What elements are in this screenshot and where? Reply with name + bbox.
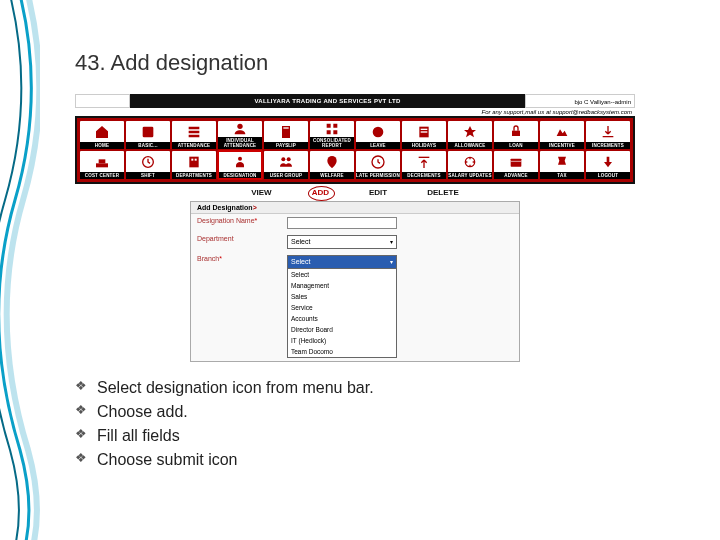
menu-item-late-permission[interactable]: LATE PERMISSION (356, 151, 400, 179)
tab-view[interactable]: VIEW (251, 188, 271, 197)
branch-option[interactable]: IT (Hedlock) (288, 335, 396, 346)
menu-item-payslip[interactable]: PAYSLIP (264, 121, 308, 149)
tab-edit[interactable]: EDIT (369, 188, 387, 197)
menu-item-label: PAYSLIP (264, 142, 308, 149)
menu-item-loan[interactable]: LOAN (494, 121, 538, 149)
menu-icon (600, 121, 616, 142)
menu-icon (324, 151, 340, 172)
menu-item-label: DEPARTMENTS (172, 172, 216, 179)
tab-delete[interactable]: DELETE (427, 188, 459, 197)
menu-item-consolidated-report[interactable]: CONSOLIDATED REPORT (310, 121, 354, 149)
branch-option[interactable]: Director Board (288, 324, 396, 335)
menu-icon (462, 121, 478, 142)
svg-point-3 (373, 126, 384, 137)
label-branch: Branch* (197, 255, 287, 262)
menu-item-logout[interactable]: LOGOUT (586, 151, 630, 179)
user-label: bjo C Valliyan--admin (525, 94, 635, 108)
menu-item-salary-updates[interactable]: SALARY UPDATES (448, 151, 492, 179)
chevron-down-icon: ▾ (390, 236, 393, 248)
menu-item-label: SHIFT (126, 172, 170, 179)
select-branch[interactable]: Select▾ SelectManagementSalesServiceAcco… (287, 255, 397, 358)
menu-icon (508, 121, 524, 142)
menu-item-user-group[interactable]: USER GROUP (264, 151, 308, 179)
menu-item-label: LOGOUT (586, 172, 630, 179)
menu-item-cost-center[interactable]: COST CENTER (80, 151, 124, 179)
instruction-item: Fill all fields (75, 424, 690, 448)
branch-option[interactable]: Accounts (288, 313, 396, 324)
menu-icon (232, 121, 248, 137)
svg-rect-5 (421, 131, 428, 132)
svg-point-14 (287, 157, 291, 161)
menu-icon (416, 151, 432, 172)
menu-item-departments[interactable]: DEPARTMENTS (172, 151, 216, 179)
svg-rect-6 (96, 163, 108, 167)
svg-rect-16 (511, 158, 522, 166)
menu-item-label: DESIGNATION (218, 172, 262, 179)
branch-option[interactable]: Team Docomo (288, 346, 396, 357)
form-header: Add Designation> (191, 202, 519, 214)
label-department: Department (197, 235, 287, 242)
menu-item-label: DECREMENTS (402, 172, 446, 179)
menu-item-decrements[interactable]: DECREMENTS (402, 151, 446, 179)
svg-point-1 (237, 124, 242, 129)
svg-rect-9 (189, 156, 198, 167)
menu-item-label: INCREMENTS (586, 142, 630, 149)
menu-item-attendance[interactable]: ATTENDANCE (172, 121, 216, 149)
menu-item-allowance[interactable]: ALLOWANCE (448, 121, 492, 149)
menu-icon (140, 151, 156, 172)
menu-icon (232, 151, 248, 172)
main-menu: HOMEBASIC...ATTENDANCEINDIVIDUAL ATTENDA… (75, 116, 635, 184)
menu-item-label: LOAN (494, 142, 538, 149)
menu-item-basic-[interactable]: BASIC... (126, 121, 170, 149)
menu-item-designation[interactable]: DESIGNATION (218, 151, 262, 179)
menu-item-leave[interactable]: LEAVE (356, 121, 400, 149)
menu-item-advance[interactable]: ADVANCE (494, 151, 538, 179)
branch-option[interactable]: Management (288, 280, 396, 291)
branch-option[interactable]: Service (288, 302, 396, 313)
slide-wave-decoration (0, 0, 40, 540)
menu-item-home[interactable]: HOME (80, 121, 124, 149)
menu-item-label: USER GROUP (264, 172, 308, 179)
menu-item-label: COST CENTER (80, 172, 124, 179)
menu-item-label: TAX (540, 172, 584, 179)
menu-item-individual-attendance[interactable]: INDIVIDUAL ATTENDANCE (218, 121, 262, 149)
menu-item-label: ATTENDANCE (172, 142, 216, 149)
menu-icon (94, 121, 110, 142)
input-designation-name[interactable] (287, 217, 397, 229)
action-tabs: VIEWADDEDITDELETE (75, 184, 635, 199)
slide-title: 43. Add designation (75, 50, 690, 76)
menu-item-label: CONSOLIDATED REPORT (310, 137, 354, 149)
menu-icon (140, 121, 156, 142)
menu-item-label: SALARY UPDATES (448, 172, 492, 179)
select-department[interactable]: Select▾ (287, 235, 397, 249)
logo-area (75, 94, 130, 108)
instruction-item: Choose submit icon (75, 448, 690, 472)
menu-item-holidays[interactable]: HOLIDAYS (402, 121, 446, 149)
menu-item-label: ALLOWANCE (448, 142, 492, 149)
menu-item-label: HOME (80, 142, 124, 149)
chevron-down-icon: ▾ (390, 256, 393, 268)
branch-option[interactable]: Sales (288, 291, 396, 302)
menu-item-shift[interactable]: SHIFT (126, 151, 170, 179)
menu-icon (508, 151, 524, 172)
menu-icon (278, 121, 294, 142)
svg-rect-11 (195, 158, 197, 160)
menu-icon (600, 151, 616, 172)
menu-icon (94, 151, 110, 172)
menu-icon (186, 151, 202, 172)
menu-item-increments[interactable]: INCREMENTS (586, 121, 630, 149)
label-designation-name: Designation Name* (197, 217, 287, 224)
menu-icon (554, 151, 570, 172)
menu-item-incentive[interactable]: INCENTIVE (540, 121, 584, 149)
menu-item-welfare[interactable]: WELFARE (310, 151, 354, 179)
menu-item-label: ADVANCE (494, 172, 538, 179)
svg-point-13 (281, 157, 285, 161)
instruction-list: Select designation icon from menu bar.Ch… (75, 376, 690, 472)
instruction-item: Select designation icon from menu bar. (75, 376, 690, 400)
branch-option[interactable]: Select (288, 269, 396, 280)
menu-icon (370, 121, 386, 142)
menu-item-label: WELFARE (310, 172, 354, 179)
tab-add[interactable]: ADD (312, 188, 329, 197)
menu-item-tax[interactable]: TAX (540, 151, 584, 179)
svg-rect-7 (99, 159, 106, 163)
